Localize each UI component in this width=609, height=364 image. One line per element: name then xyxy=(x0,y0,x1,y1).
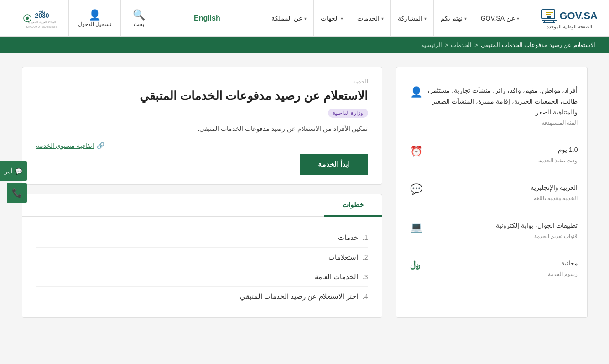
chat-float-button[interactable]: 💬 أمر xyxy=(0,161,27,181)
chat-icon: 💬 xyxy=(15,168,22,175)
step-item: 3. الخدمات العامة xyxy=(36,267,368,287)
govsa-logo-area: GOV.SA الصفحة الوطنية الموحدة xyxy=(534,0,604,36)
govsa-text: GOV.SA xyxy=(559,10,598,22)
phone-icon: 📞 xyxy=(12,188,22,198)
service-sidebar: أفراد، مواطن، مقيم، وافد، زائر، منشآت تج… xyxy=(396,67,588,318)
nav-item-about-govsa[interactable]: ▾ عن GOV.SA xyxy=(474,0,526,36)
svg-text:المملكة العربية السعودية: المملكة العربية السعودية xyxy=(28,21,56,24)
steps-tab-bar: خطوات xyxy=(22,194,382,217)
steps-panel: خطوات 1. خدمات 2. استعلامات 3. الخدمات ا… xyxy=(22,194,382,318)
right-panel: الخدمة الاستعلام عن رصيد مدفوعات الخدمات… xyxy=(22,67,382,318)
main-content: أفراد، مواطن، مقيم، وافد، زائر، منشآت تج… xyxy=(13,53,597,332)
service-label: الخدمة xyxy=(36,78,368,85)
vision-logo: رؤية 2030 المملكة العربية السعودية KINGD… xyxy=(5,0,68,36)
header: GOV.SA الصفحة الوطنية الموحدة ▾ عن GOV xyxy=(0,0,609,37)
govsa-subtitle: الصفحة الوطنية الموحدة xyxy=(547,24,592,29)
person-icon: 👤 xyxy=(410,86,422,98)
service-title: الاستعلام عن رصيد مدفوعات الخدمات المتبق… xyxy=(36,88,368,104)
chevron-down-icon: ▾ xyxy=(517,16,519,21)
ministry-badge: وزارة الداخلية xyxy=(328,109,368,118)
language-row: العربية والإنجليزية الخدمة مقدمة باللغة … xyxy=(403,173,580,211)
svg-text:KINGDOM OF SAUDI ARABIA: KINGDOM OF SAUDI ARABIA xyxy=(26,26,58,28)
nav-item-kingdom[interactable]: ▾ عن المملكة xyxy=(265,0,313,36)
chevron-down-icon: ▾ xyxy=(341,16,343,21)
person-icon: 👤 xyxy=(88,9,101,21)
nav-item-services[interactable]: ▾ الخدمات xyxy=(350,0,390,36)
service-header-card: الخدمة الاستعلام عن رصيد مدفوعات الخدمات… xyxy=(22,67,382,185)
step-item: 4. اختر الاستعلام عن رصيد الخدمات المتبق… xyxy=(36,287,368,306)
fees-row: مجانية رسوم الخدمة ﷼ xyxy=(403,249,580,286)
main-nav: ▾ عن GOV.SA ▾ نهتم بكم ▾ المشاركة ▾ الخد… xyxy=(256,0,534,36)
nav-item-entities[interactable]: ▾ الجهات xyxy=(313,0,350,36)
floating-action-buttons: 💬 أمر 📞 xyxy=(0,161,27,203)
login-button[interactable]: 👤 تسجيل الدخول xyxy=(68,0,120,36)
external-link-icon: 🔗 xyxy=(97,142,104,149)
svg-text:2030: 2030 xyxy=(35,12,49,19)
channels-row: تطبيقات الجوال، بوابة إلكترونية قنوات تق… xyxy=(403,211,580,249)
chevron-down-icon: ▾ xyxy=(424,16,427,21)
clock-icon: ⏰ xyxy=(410,146,422,157)
svg-rect-3 xyxy=(547,16,551,19)
phone-float-button[interactable]: 📞 xyxy=(7,183,27,203)
service-agreement: 🔗 اتفاقية مستوى الخدمة xyxy=(36,142,368,149)
screen-icon: 💻 xyxy=(410,221,422,233)
target-audience-row: أفراد، مواطن، مقيم، وافد، زائر، منشآت تج… xyxy=(403,76,580,135)
chevron-down-icon: ▾ xyxy=(381,16,384,21)
start-service-button[interactable]: ابدأ الخدمة xyxy=(300,154,368,175)
steps-content: 1. خدمات 2. استعلامات 3. الخدمات العامة … xyxy=(22,217,382,317)
search-button[interactable]: 🔍 بحث xyxy=(120,0,157,36)
execution-time-row: 1.0 يوم وقت تنفيذ الخدمة ⏰ xyxy=(403,135,580,173)
step-item: 2. استعلامات xyxy=(36,248,368,267)
chevron-down-icon: ▾ xyxy=(304,16,307,21)
vision-2030-logo: رؤية 2030 المملكة العربية السعودية KINGD… xyxy=(23,6,62,31)
service-description: تمكين الأفراد من الاستعلام عن رصيد مدفوع… xyxy=(36,123,368,135)
nav-item-participation[interactable]: ▾ المشاركة xyxy=(390,0,433,36)
govsa-icon xyxy=(541,8,557,24)
step-item: 1. خدمات xyxy=(36,228,368,248)
money-icon: ﷼ xyxy=(410,259,420,270)
agreement-link[interactable]: اتفاقية مستوى الخدمة xyxy=(36,142,94,149)
tab-steps[interactable]: خطوات xyxy=(324,194,382,217)
chevron-down-icon: ▾ xyxy=(464,16,467,21)
nav-item-care[interactable]: ▾ نهتم بكم xyxy=(433,0,474,36)
language-toggle[interactable]: English xyxy=(157,0,256,36)
search-icon: 🔍 xyxy=(133,9,145,21)
chat-icon: 💬 xyxy=(410,183,422,195)
breadcrumb: الاستعلام عن رصيد مدفوعات الخدمات المتبق… xyxy=(0,37,609,53)
